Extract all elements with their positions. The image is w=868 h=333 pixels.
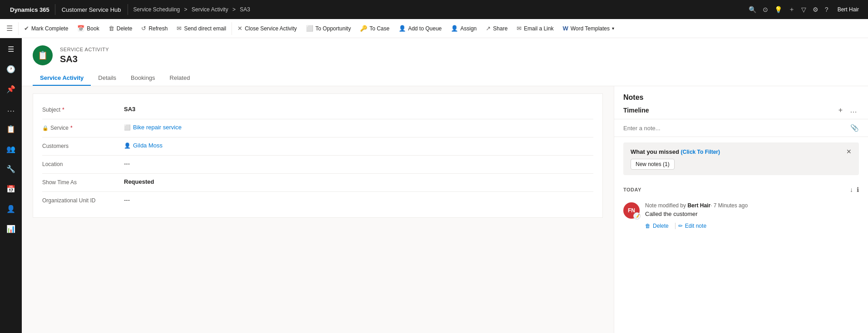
sidebar-item-calendar[interactable]: 📅 [2,180,20,198]
breadcrumb-part1[interactable]: Service Scheduling [133,6,180,13]
close-service-activity-button[interactable]: ✕ Close Service Activity [233,19,301,38]
cmd-sep-1 [232,22,232,35]
sidebar-item-more[interactable]: … [2,100,20,118]
sidebar-item-audit[interactable]: 📋 [2,120,20,138]
book-icon: 📅 [77,25,84,32]
tab-related[interactable]: Related [163,71,197,86]
note-input-area: 📎 [614,119,868,137]
note-input[interactable] [623,125,847,132]
timeline-info-icon[interactable]: ℹ [857,186,859,193]
to-case-button[interactable]: 🔑 To Case [355,19,394,38]
queue-icon: 👤 [399,25,406,32]
help-icon[interactable]: ? [825,6,829,13]
user-label[interactable]: Bert Hair [833,6,863,13]
delete-button[interactable]: 🗑 Delete [104,19,137,38]
sidebar-item-tools[interactable]: 🔧 [2,160,20,178]
brand-label[interactable]: Dynamics 365 [5,6,55,13]
mark-complete-button[interactable]: ✔ Mark Complete [20,19,73,38]
entry-header: Note modified by Bert Hair· 7 Minutes ag… [645,202,859,209]
service-link-icon: ⬜ [124,124,131,131]
lightbulb-icon[interactable]: 💡 [774,6,782,13]
value-show-time-as[interactable]: Requested [124,178,593,185]
timeline-sort-icon[interactable]: ↓ [850,186,853,193]
plus-icon[interactable]: ＋ [789,5,795,14]
label-show-time-as: Show Time As [42,178,124,186]
timeline-more-button[interactable]: … [848,105,859,115]
tab-service-activity[interactable]: Service Activity [33,71,91,86]
sidebar-item-contacts[interactable]: 👥 [2,140,20,158]
sidebar-item-teams[interactable]: 👤 [2,200,20,218]
attach-icon[interactable]: 📎 [850,124,859,132]
customers-link-icon: 👤 [124,142,131,149]
word-templates-button[interactable]: W Word Templates ▾ [558,19,619,38]
book-button[interactable]: 📅 Book [73,19,104,38]
required-indicator-2: * [70,125,73,131]
form-row-service: 🔒 Service * ⬜ Bike repair service [42,119,593,137]
top-navigation: Dynamics 365 Customer Service Hub Servic… [0,0,868,19]
value-subject[interactable]: SA3 [124,106,593,113]
assign-button[interactable]: 👤 Assign [446,19,481,38]
label-subject: Subject * [42,106,124,113]
sidebar-item-pinned[interactable]: 📌 [2,80,20,98]
left-sidebar: ☰ 🕐 📌 … 📋 👥 🔧 📅 👤 📊 [0,38,22,333]
form-row-org-unit: Organizational Unit ID --- [42,192,593,210]
check-circle-icon[interactable]: ⊙ [763,6,768,13]
record-tabs: Service Activity Details Bookings Relate… [33,71,857,86]
delete-icon: 🗑 [108,25,114,32]
tab-details[interactable]: Details [91,71,123,86]
sidebar-item-home[interactable]: ☰ [2,40,20,58]
app-name-label[interactable]: Customer Service Hub [55,6,128,13]
label-customers: Customers [42,142,124,149]
share-button[interactable]: ↗ Share [481,19,512,38]
new-notes-badge[interactable]: New notes (1) [631,159,675,170]
entry-delete-button[interactable]: 🗑 Delete [645,221,672,231]
avatar-badge-icon: 📝 [633,212,641,220]
refresh-button[interactable]: ↺ Refresh [137,19,172,38]
value-org-unit[interactable]: --- [124,196,593,203]
tab-bookings[interactable]: Bookings [123,71,162,86]
form-section: Subject * SA3 🔒 Service * ⬜ [33,93,603,218]
timeline-actions: + … [837,105,859,115]
timeline-add-button[interactable]: + [837,105,844,115]
record-title: SA3 [60,54,109,64]
label-location: Location [42,160,124,167]
form-panel: Subject * SA3 🔒 Service * ⬜ [22,86,614,333]
missed-section: What you missed (Click To Filter) ✕ New … [623,142,859,175]
entry-actions: 🗑 Delete ✏ Edit note [645,221,859,231]
value-location[interactable]: --- [124,160,593,167]
entry-avatar: FN 📝 [623,202,640,219]
main-layout: ☰ 🕐 📌 … 📋 👥 🔧 📅 👤 📊 📋 SERVICE ACTIVITY S… [0,38,868,333]
value-service[interactable]: ⬜ Bike repair service [124,124,593,131]
label-org-unit: Organizational Unit ID [42,196,124,204]
value-customers[interactable]: 👤 Gilda Moss [124,142,593,149]
email-a-link-button[interactable]: ✉ Email a Link [512,19,558,38]
missed-close-button[interactable]: ✕ [846,148,852,155]
missed-filter-label[interactable]: (Click To Filter) [681,149,720,155]
cmd-sep-0 [18,22,19,35]
sidebar-item-reports[interactable]: 📊 [2,220,20,238]
entry-edit-note-button[interactable]: ✏ Edit note [678,221,710,231]
missed-header: What you missed (Click To Filter) ✕ [631,148,852,155]
sidebar-toggle-icon[interactable]: ☰ [2,24,17,33]
record-header: 📋 SERVICE ACTIVITY SA3 Service Activity … [22,38,868,86]
sidebar-item-recent[interactable]: 🕐 [2,60,20,78]
lock-icon: 🔒 [42,125,49,131]
notes-header: Notes Timeline + … [614,86,868,119]
command-bar: ☰ ✔ Mark Complete 📅 Book 🗑 Delete ↺ Refr… [0,19,868,38]
add-to-queue-button[interactable]: 👤 Add to Queue [394,19,446,38]
breadcrumb-sep1: > [184,6,187,13]
assign-icon: 👤 [451,25,458,32]
settings-icon[interactable]: ⚙ [813,6,819,13]
refresh-icon: ↺ [141,25,146,32]
form-row-show-time-as: Show Time As Requested [42,174,593,192]
breadcrumb-sep2: > [232,6,236,13]
filter-icon[interactable]: ▽ [801,6,806,13]
search-icon[interactable]: 🔍 [749,6,756,13]
timeline-date-actions: ↓ ℹ [850,186,859,193]
breadcrumb-part2[interactable]: Service Activity [192,6,228,13]
to-opportunity-button[interactable]: ⬜ To Opportunity [301,19,355,38]
email-link-icon: ✉ [517,25,522,32]
entry-edit-icon: ✏ [678,223,683,229]
breadcrumb-part3[interactable]: SA3 [240,6,250,13]
send-direct-email-button[interactable]: ✉ Send direct email [172,19,231,38]
